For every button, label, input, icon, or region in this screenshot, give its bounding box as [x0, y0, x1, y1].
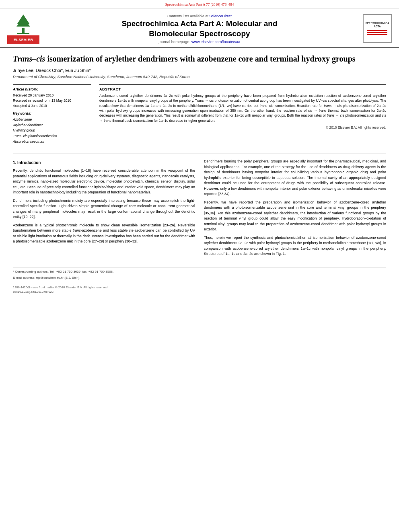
- right-paragraph: Thus, herein we report the synthesis and…: [204, 235, 386, 257]
- intro-heading: 1. Introduction: [13, 160, 195, 166]
- abstract-title: ABSTRACT: [99, 87, 386, 91]
- homepage-url[interactable]: www.elsevier.com/locate/saa: [191, 39, 240, 44]
- spectrochimica-logo: SPECTROCHIMICA ACTA: [363, 14, 392, 43]
- svg-rect-0: [22, 28, 25, 33]
- journal-title: Spectrochimica Acta Part A: Molecular an…: [43, 19, 356, 39]
- article-info-abstract: Article history: Received 20 January 201…: [13, 84, 386, 147]
- doi-line: doi:10.1016/j.saa.2010.06.022: [13, 290, 386, 294]
- abstract-text: Azobenzene-cored arylether dendrimers 2a…: [99, 93, 386, 123]
- keywords-list: AzobenzeneArylether dendrimerHydroxy gro…: [13, 117, 91, 144]
- authors: Ji-hye Lee, Daeock Choi*, Eun Ju Shin*: [13, 68, 386, 73]
- logo-text: SPECTROCHIMICA ACTA: [365, 22, 389, 29]
- keywords-section: Keywords: AzobenzeneArylether dendrimerH…: [13, 111, 91, 144]
- article-info-panel: Article history: Received 20 January 201…: [13, 84, 91, 147]
- main-content: Trans–cis isomerization of arylether den…: [0, 48, 399, 302]
- keyword-item: Absorption spectrum: [13, 139, 91, 145]
- elsevier-logo-area: ELSEVIER: [7, 12, 43, 44]
- body-right-col: Dendrimers bearing the polar peripheral …: [204, 159, 386, 260]
- keyword-item: Azobenzene: [13, 117, 91, 123]
- intro-paragraph: Recently, dendritic functional molecules…: [13, 168, 195, 195]
- body-content: 1. Introduction Recently, dendritic func…: [13, 159, 386, 260]
- received-revised-date: Received in revised form 13 May 2010: [13, 98, 91, 103]
- sciencedirect-link[interactable]: ScienceDirect: [210, 14, 232, 18]
- journal-banner: ELSEVIER Contents lists available at Sci…: [0, 8, 399, 48]
- elsevier-wordmark: ELSEVIER: [7, 35, 39, 44]
- copyright-notice: © 2010 Elsevier B.V. All rights reserved…: [99, 125, 386, 129]
- journal-homepage: journal homepage: www.elsevier.com/locat…: [43, 39, 356, 44]
- journal-title-area: Contents lists available at ScienceDirec…: [43, 13, 356, 44]
- right-paragraph: Recently, we have reported the preparati…: [204, 200, 386, 232]
- keyword-item: Hydroxy group: [13, 128, 91, 134]
- journal-citation: Spectrochimica Acta Part A 77 (2010) 478…: [165, 2, 234, 6]
- journal-header-top: Spectrochimica Acta Part A 77 (2010) 478…: [0, 0, 399, 8]
- intro-paragraph: Dendrimers including photochromic moiety…: [13, 198, 195, 220]
- footnote-section: * Corresponding authors. Tel.: +82 61 75…: [13, 267, 386, 280]
- intro-paragraphs: Recently, dendritic functional molecules…: [13, 168, 195, 244]
- right-paragraphs: Dendrimers bearing the polar peripheral …: [204, 159, 386, 257]
- issn-line: 1386-1425/$ – see front matter © 2010 El…: [13, 285, 386, 290]
- elsevier-tree-icon: [7, 12, 39, 35]
- article-title: Trans–cis isomerization of arylether den…: [13, 54, 386, 64]
- accepted-date: Accepted 4 June 2010: [13, 103, 91, 109]
- footer-info: 1386-1425/$ – see front matter © 2010 El…: [13, 285, 386, 294]
- intro-paragraph: Azobenzene is a typical photochromic mol…: [13, 223, 195, 244]
- footnote-email: E-mail address: ejs@sunchon.ac.kr (E.J. …: [13, 275, 386, 280]
- section-divider: [13, 154, 386, 154]
- keywords-title: Keywords:: [13, 111, 91, 115]
- abstract-section: ABSTRACT Azobenzene-cored arylether dend…: [99, 84, 386, 147]
- received-date: Received 20 January 2010: [13, 93, 91, 98]
- affiliation: Department of Chemistry, Sunchon Nationa…: [13, 74, 386, 79]
- journal-logo-box: SPECTROCHIMICA ACTA: [356, 14, 392, 43]
- contents-line: Contents lists available at ScienceDirec…: [43, 13, 356, 19]
- keyword-item: Arylether dendrimer: [13, 123, 91, 128]
- footnote-corresponding: * Corresponding authors. Tel.: +82 61 75…: [13, 269, 386, 274]
- article-history-title: Article history:: [13, 87, 91, 91]
- keyword-item: Trans–cis photoisomerization: [13, 134, 91, 139]
- right-paragraph: Dendrimers bearing the polar peripheral …: [204, 159, 386, 197]
- body-left-col: 1. Introduction Recently, dendritic func…: [13, 159, 195, 260]
